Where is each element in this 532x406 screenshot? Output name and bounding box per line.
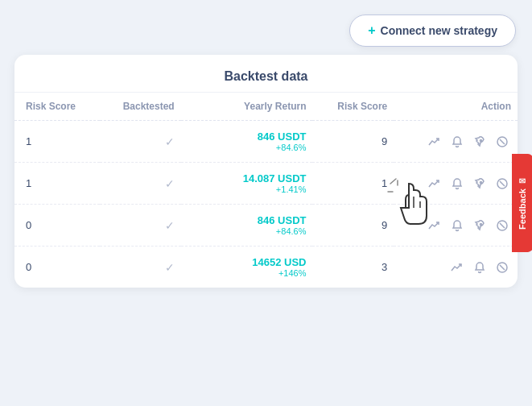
backtested-cell: ✓: [100, 205, 181, 246]
action-cell: [394, 205, 518, 246]
risk-score-cell: 0: [14, 246, 100, 288]
bell-icon[interactable]: [448, 217, 466, 234]
yearly-return-value: 14.087 USDT: [188, 172, 307, 184]
stop-icon[interactable]: [493, 217, 511, 234]
svg-line-2: [500, 139, 505, 144]
rocket-icon[interactable]: [471, 133, 489, 151]
risk-score2-cell: 1: [312, 163, 394, 205]
yearly-return-pct: +1.41%: [188, 184, 307, 194]
action-icons: [400, 259, 511, 276]
check-icon: ✓: [165, 177, 175, 190]
col-header-action: Action: [394, 93, 518, 121]
risk-score-cell: 0: [14, 205, 100, 246]
yearly-return-pct: +84.6%: [188, 143, 307, 152]
yearly-return-pct: +146%: [188, 268, 307, 278]
trend-icon[interactable]: [448, 259, 466, 276]
table-row: 1 ✓ 846 USDT +84.6% 9: [14, 121, 518, 163]
bell-icon[interactable]: [471, 259, 489, 276]
card-title: Backtest data: [14, 55, 518, 93]
feedback-icon: ✉: [518, 176, 527, 185]
svg-point-3: [480, 181, 482, 183]
yearly-return-cell: 846 USDT +84.6%: [181, 121, 313, 163]
connect-strategy-label: Connect new strategy: [381, 24, 497, 37]
action-icons: [400, 217, 511, 234]
table-row: 1 ✓ 14.087 USDT +1.41% 1: [14, 163, 518, 205]
svg-point-0: [480, 139, 482, 141]
table-row: 0 ✓ 846 USDT +84.6% 9: [14, 205, 518, 246]
bell-icon[interactable]: [448, 175, 466, 193]
risk-score-cell: 1: [14, 163, 100, 205]
trend-icon[interactable]: [426, 133, 443, 151]
rocket-icon[interactable]: [471, 217, 489, 234]
action-cell: [394, 163, 518, 205]
svg-line-10: [500, 265, 505, 270]
bell-icon[interactable]: [448, 133, 466, 151]
svg-line-5: [500, 181, 505, 186]
risk-score2-cell: 9: [312, 121, 394, 163]
col-header-risk-score2: Risk Score: [312, 93, 394, 121]
col-header-yearly-return: Yearly Return: [181, 93, 313, 121]
plus-icon: +: [368, 23, 375, 38]
feedback-text: Feedback: [518, 188, 527, 230]
stop-icon[interactable]: [493, 259, 511, 276]
risk-score2-cell: 3: [312, 246, 394, 288]
yearly-return-cell: 14.087 USDT +1.41%: [181, 163, 313, 205]
check-icon: ✓: [165, 261, 175, 274]
check-icon: ✓: [165, 135, 175, 148]
action-cell: [394, 246, 518, 288]
backtested-cell: ✓: [100, 246, 181, 288]
col-header-risk-score: Risk Score: [14, 93, 100, 121]
svg-point-6: [480, 223, 482, 225]
backtested-cell: ✓: [100, 121, 181, 163]
check-icon: ✓: [165, 219, 175, 232]
yearly-return-cell: 14652 USD +146%: [181, 246, 313, 288]
stop-icon[interactable]: [493, 175, 511, 193]
yearly-return-cell: 846 USDT +84.6%: [181, 205, 313, 246]
backtest-data-card: Backtest data Risk Score Backtested Year…: [14, 55, 518, 288]
action-cell: [394, 121, 518, 163]
yearly-return-value: 14652 USD: [188, 256, 307, 268]
svg-line-8: [500, 223, 505, 228]
col-header-backtested: Backtested: [100, 93, 181, 121]
backtest-table: Risk Score Backtested Yearly Return Risk…: [14, 93, 518, 288]
yearly-return-pct: +84.6%: [188, 226, 307, 236]
risk-score-cell: 1: [14, 121, 100, 163]
feedback-tab[interactable]: Feedback ✉: [512, 154, 532, 252]
yearly-return-value: 846 USDT: [188, 214, 307, 226]
backtested-cell: ✓: [100, 163, 181, 205]
trend-icon[interactable]: [426, 175, 443, 193]
table-header-row: Risk Score Backtested Yearly Return Risk…: [14, 93, 518, 121]
yearly-return-value: 846 USDT: [188, 130, 307, 143]
action-icons: [400, 133, 511, 151]
table-row: 0 ✓ 14652 USD +146% 3: [14, 246, 518, 288]
rocket-icon[interactable]: [471, 175, 489, 193]
stop-icon[interactable]: [493, 133, 511, 151]
action-icons: [400, 175, 511, 193]
top-bar: + Connect new strategy: [0, 0, 532, 55]
risk-score2-cell: 9: [312, 205, 394, 246]
connect-strategy-button[interactable]: + Connect new strategy: [349, 14, 516, 47]
trend-icon[interactable]: [426, 217, 443, 234]
